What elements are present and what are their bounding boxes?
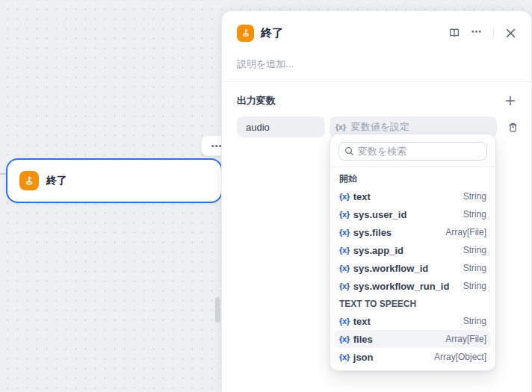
add-variable-button[interactable] <box>501 92 519 110</box>
description-placeholder: 説明を追加... <box>237 58 294 69</box>
variable-x-icon: {x} <box>339 317 350 326</box>
variable-type: String <box>463 209 486 220</box>
variable-group-label: TEXT TO SPEECH <box>335 295 491 312</box>
variable-type: String <box>463 191 486 202</box>
variable-name: sys.app_id <box>353 245 403 256</box>
variable-option-text[interactable]: {x}textString <box>335 312 491 330</box>
variable-type: String <box>463 316 486 326</box>
variable-option-sys.workflow_id[interactable]: {x}sys.workflow_idString <box>335 259 491 277</box>
variable-name: json <box>353 352 374 363</box>
search-icon <box>344 146 354 156</box>
search-input[interactable]: 変数を検索 <box>338 142 487 161</box>
variable-x-icon: {x} <box>339 264 350 273</box>
variable-option-sys.workflow_run_id[interactable]: {x}sys.workflow_run_idString <box>335 277 491 295</box>
variable-option-text[interactable]: {x}textString <box>335 187 491 205</box>
variable-name-input[interactable]: audio <box>237 116 325 137</box>
panel-resize-handle[interactable] <box>215 297 220 323</box>
variable-name: sys.workflow_id <box>353 263 428 274</box>
variable-x-icon: {x} <box>339 246 350 255</box>
close-icon[interactable] <box>501 24 519 42</box>
variable-type: Array[File] <box>445 227 486 237</box>
variable-x-icon: {x} <box>335 122 346 131</box>
variable-type: String <box>463 281 486 291</box>
docs-book-button[interactable] <box>445 24 463 42</box>
variable-value-placeholder: 変数値を設定 <box>351 120 409 134</box>
variable-name: text <box>353 316 371 327</box>
variable-name: sys.workflow_run_id <box>353 281 450 292</box>
end-flag-icon <box>237 25 254 42</box>
variable-option-sys.user_id[interactable]: {x}sys.user_idString <box>335 205 491 223</box>
variable-group-label: 開始 <box>335 170 491 187</box>
end-node[interactable]: 終了 <box>6 158 223 203</box>
variable-type: String <box>463 245 486 255</box>
variable-x-icon: {x} <box>339 192 350 201</box>
panel-header: 終了 ⋯ <box>222 11 531 42</box>
variable-name: text <box>353 191 371 202</box>
variable-name: files <box>353 334 373 345</box>
variable-picker-dropdown: 変数を検索 開始{x}textString{x}sys.user_idStrin… <box>330 134 496 371</box>
variable-option-sys.app_id[interactable]: {x}sys.app_idString <box>335 241 491 259</box>
panel-more-button[interactable]: ⋯ <box>468 24 486 42</box>
variable-type: Array[Object] <box>434 352 486 362</box>
variable-type: Array[File] <box>445 334 486 344</box>
variable-option-files[interactable]: {x}filesArray[File] <box>335 330 491 348</box>
variable-x-icon: {x} <box>339 228 350 237</box>
variable-option-sys.files[interactable]: {x}sys.filesArray[File] <box>335 223 491 241</box>
node-title: 終了 <box>46 174 67 187</box>
variable-name: sys.user_id <box>353 209 407 220</box>
variable-x-icon: {x} <box>339 210 350 219</box>
variable-x-icon: {x} <box>339 281 350 290</box>
header-divider <box>493 28 494 38</box>
variable-name: sys.files <box>353 227 392 238</box>
end-flag-icon <box>19 171 39 190</box>
search-wrap: 変数を検索 <box>330 134 495 167</box>
delete-variable-button[interactable] <box>504 119 521 135</box>
variable-x-icon: {x} <box>339 335 350 343</box>
variable-type: String <box>463 263 486 273</box>
variable-x-icon: {x} <box>339 352 350 361</box>
variable-list: 開始{x}textString{x}sys.user_idString{x}sy… <box>330 167 495 370</box>
section-title: 出力変数 <box>237 94 501 108</box>
variable-option-json[interactable]: {x}jsonArray[Object] <box>335 348 491 366</box>
panel-title: 終了 <box>261 26 445 40</box>
output-variables-section: 出力変数 <box>222 82 531 110</box>
search-placeholder: 変数を検索 <box>358 145 406 158</box>
description-area[interactable]: 説明を追加... <box>222 42 531 82</box>
